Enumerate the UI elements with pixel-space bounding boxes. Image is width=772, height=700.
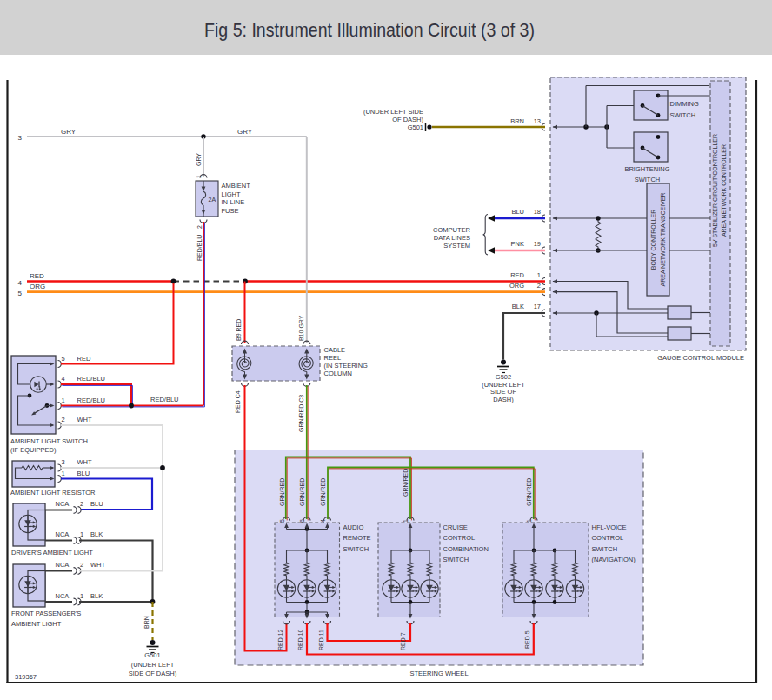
svg-text:(IN STEERING: (IN STEERING [324,362,369,370]
svg-text:SWITCH: SWITCH [635,176,661,183]
svg-text:(NAVIGATION): (NAVIGATION) [592,556,636,563]
svg-text:RED 11: RED 11 [318,630,324,650]
svg-text:BLU: BLU [90,500,103,508]
svg-text:5: 5 [279,519,285,523]
svg-text:NCA: NCA [56,530,70,538]
svg-text:AMBIENT LIGHT RESISTOR: AMBIENT LIGHT RESISTOR [10,489,96,497]
svg-text:BLU: BLU [77,470,90,477]
svg-text:RED/BLU: RED/BLU [150,396,179,403]
svg-text:1: 1 [526,519,532,523]
svg-text:GRY: GRY [61,128,77,136]
svg-text:4: 4 [18,279,23,287]
svg-text:BRN: BRN [143,616,150,629]
svg-text:BODY CONTROLLER: BODY CONTROLLER [650,210,656,270]
svg-text:1: 1 [80,530,83,538]
svg-text:1: 1 [80,592,83,600]
svg-text:FRONT PASSENGER'S: FRONT PASSENGER'S [11,610,81,617]
svg-text:BLK: BLK [512,303,524,310]
svg-text:17: 17 [534,303,541,310]
svg-text:DASH): DASH) [493,396,514,403]
svg-text:(IF EQUIPPED): (IF EQUIPPED) [10,446,57,454]
svg-text:3: 3 [62,458,65,466]
svg-text:1: 1 [537,271,541,279]
svg-text:RED 10: RED 10 [297,629,303,650]
svg-text:GRN/RED: GRN/RED [526,478,532,506]
svg-text:18: 18 [534,208,541,216]
svg-text:WHT: WHT [77,416,92,423]
svg-text:AMBIENT: AMBIENT [222,182,251,190]
svg-text:NCA: NCA [56,592,70,600]
svg-text:DIMMING: DIMMING [670,100,699,108]
svg-text:BRIGHTENING: BRIGHTENING [624,165,669,173]
svg-text:CONTROL: CONTROL [443,534,476,542]
svg-text:COLUMN: COLUMN [324,370,353,377]
svg-text:SWITCH: SWITCH [670,111,696,119]
svg-text:(UNDER LEFT: (UNDER LEFT [131,661,175,669]
svg-text:SIDE OF: SIDE OF [490,388,516,396]
svg-text:AREA NETWORK CONTROLLER: AREA NETWORK CONTROLLER [721,144,727,237]
svg-text:AREA NETWORK TRANSCEIVER: AREA NETWORK TRANSCEIVER [660,192,666,286]
svg-text:COMBINATION: COMBINATION [443,545,489,553]
svg-text:CONTROL: CONTROL [592,534,624,542]
svg-text:4: 4 [320,519,326,523]
svg-text:WHT: WHT [90,561,105,569]
svg-text:GRN/RED: GRN/RED [279,478,285,506]
svg-text:SWITCH: SWITCH [443,556,469,563]
svg-text:319367: 319367 [15,673,37,681]
svg-text:BLK: BLK [90,592,103,600]
svg-text:GRN/RED: GRN/RED [320,478,326,506]
svg-text:SWITCH: SWITCH [343,545,369,553]
svg-text:AMBIENT LIGHT: AMBIENT LIGHT [11,620,62,628]
svg-text:RED 5: RED 5 [524,630,530,649]
svg-text:AUDIO: AUDIO [343,523,364,531]
svg-text:2: 2 [196,225,203,229]
svg-text:LIGHT: LIGHT [222,190,242,198]
svg-text:2A: 2A [209,197,216,203]
svg-text:ORG: ORG [509,282,524,290]
svg-text:GRN/RED C3: GRN/RED C3 [298,395,304,432]
svg-text:RED/BLU: RED/BLU [77,397,106,404]
svg-text:5: 5 [62,355,65,363]
svg-text:IN-LINE: IN-LINE [222,198,245,206]
svg-text:NCA: NCA [56,500,70,508]
svg-text:RED 12: RED 12 [277,629,283,650]
svg-text:FUSE: FUSE [222,207,239,215]
svg-text:G501: G501 [144,651,160,659]
svg-text:RED/BLU: RED/BLU [77,375,106,383]
svg-text:4: 4 [62,375,65,383]
svg-text:RED: RED [30,272,44,280]
svg-text:RED: RED [77,355,91,363]
svg-text:COMPUTER: COMPUTER [433,226,471,234]
svg-text:19: 19 [534,240,541,248]
svg-text:(UNDER LEFT: (UNDER LEFT [482,381,525,389]
svg-text:RED/BLU: RED/BLU [196,235,203,261]
svg-text:2: 2 [80,500,83,508]
svg-text:GRY: GRY [237,128,253,136]
svg-text:Fig 5: Instrument Illumination: Fig 5: Instrument Illumination Circuit (… [204,19,535,42]
svg-text:5V STABILIZER CIRCUIT/CONTROLL: 5V STABILIZER CIRCUIT/CONTROLLER [712,134,718,247]
svg-text:WHT: WHT [77,458,92,466]
svg-text:RED 7: RED 7 [400,632,406,650]
svg-text:BLU: BLU [511,208,524,216]
svg-text:GRY: GRY [196,153,202,166]
svg-text:RED C4: RED C4 [235,390,241,413]
svg-text:B9 RED: B9 RED [236,319,242,341]
svg-text:5: 5 [18,290,23,297]
svg-text:REEL: REEL [324,354,342,362]
svg-text:SIDE OF DASH): SIDE OF DASH) [129,670,177,677]
svg-text:6: 6 [299,519,305,523]
svg-text:HFL-VOICE: HFL-VOICE [592,523,627,531]
svg-text:BLK: BLK [90,530,103,538]
svg-text:3: 3 [18,134,23,142]
svg-text:2: 2 [537,282,541,290]
svg-text:G502: G502 [496,373,511,381]
svg-text:2: 2 [80,561,83,569]
svg-text:GRN/RED: GRN/RED [403,469,409,497]
svg-text:DATA LINES: DATA LINES [434,234,470,242]
svg-text:SWITCH: SWITCH [592,545,618,553]
svg-text:1: 1 [62,470,65,477]
svg-text:G501: G501 [408,123,423,131]
svg-text:NCA: NCA [56,561,70,569]
svg-text:ORG: ORG [30,283,45,290]
svg-text:2: 2 [62,416,65,423]
